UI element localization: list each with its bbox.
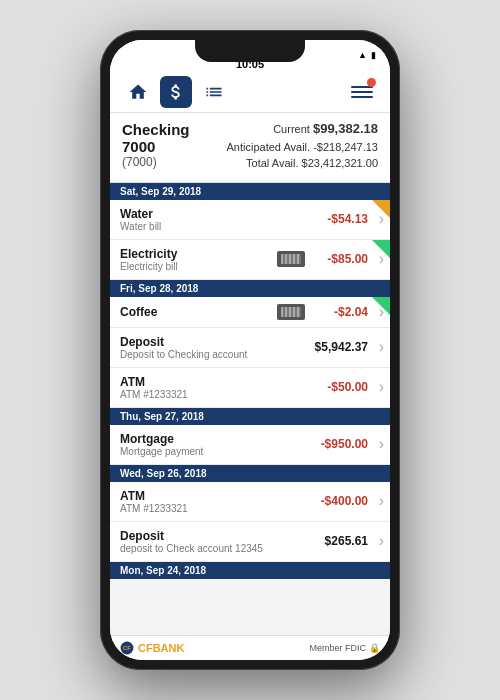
tx-sub: ATM #1233321 (120, 503, 313, 514)
tx-amount: -$54.13 (313, 212, 368, 226)
tx-name: Mortgage (120, 432, 313, 446)
total-balance: Total Avail. $23,412,321.00 (227, 155, 378, 172)
tx-info: Coffee (120, 305, 277, 319)
date-header: Sat, Sep 29, 2018 (110, 183, 390, 200)
tx-sub: Water bill (120, 221, 313, 232)
lock-icon: 🔒 (369, 643, 380, 653)
transaction-row[interactable]: ATMATM #1233321-$400.00 (110, 482, 390, 522)
notch (195, 40, 305, 62)
transaction-row[interactable]: MortgageMortgage payment-$950.00 (110, 425, 390, 465)
transaction-row[interactable]: WaterWater bill-$54.13 (110, 200, 390, 240)
date-header: Wed, Sep 26, 2018 (110, 465, 390, 482)
anticipated-amount: -$218,247.13 (313, 141, 378, 153)
tx-info: WaterWater bill (120, 207, 313, 232)
tx-sub: Deposit to Checking account (120, 349, 313, 360)
tx-name: Electricity (120, 247, 277, 261)
bank-logo: CF CFBANK (120, 641, 184, 655)
tx-amount: -$2.04 (313, 305, 368, 319)
tx-card-icon (277, 304, 305, 320)
tx-sub: Mortgage payment (120, 446, 313, 457)
cf-logo-icon: CF (120, 641, 134, 655)
tx-info: MortgageMortgage payment (120, 432, 313, 457)
app-footer: CF CFBANK Member FDIC 🔒 (110, 635, 390, 660)
transaction-row[interactable]: ElectricityElectricity bill-$85.00 (110, 240, 390, 280)
tx-amount: $5,942.37 (313, 340, 368, 354)
current-label: Current (273, 123, 310, 135)
tx-amount: -$950.00 (313, 437, 368, 451)
tx-name: ATM (120, 489, 313, 503)
transaction-row[interactable]: Coffee-$2.04 (110, 297, 390, 328)
money-nav-button[interactable] (160, 76, 192, 108)
tx-flag-orange (372, 200, 390, 218)
tx-name: Water (120, 207, 313, 221)
tx-flag-green (372, 297, 390, 315)
phone-frame: 10:05 ▲ ▮ (100, 30, 400, 670)
date-header: Fri, Sep 28, 2018 (110, 280, 390, 297)
date-header: Thu, Sep 27, 2018 (110, 408, 390, 425)
home-nav-button[interactable] (122, 76, 154, 108)
account-header: Current $99,382.18 Anticipated Avail. -$… (110, 113, 390, 183)
fdic-label: Member FDIC 🔒 (309, 643, 380, 653)
nav-bar (110, 72, 390, 113)
total-label: Total Avail. (246, 157, 298, 169)
list-nav-button[interactable] (198, 76, 230, 108)
menu-notification-dot (367, 78, 376, 87)
tx-info: ATMATM #1233321 (120, 375, 313, 400)
tx-amount: -$50.00 (313, 380, 368, 394)
account-balances: Current $99,382.18 Anticipated Avail. -$… (227, 119, 378, 172)
tx-flag-green (372, 240, 390, 258)
tx-name: Deposit (120, 529, 313, 543)
tx-info: ElectricityElectricity bill (120, 247, 277, 272)
tx-name: Deposit (120, 335, 313, 349)
tx-card-icon (277, 251, 305, 267)
tx-amount: $265.61 (313, 534, 368, 548)
bank-name: CFBANK (138, 642, 184, 654)
tx-name: Coffee (120, 305, 277, 319)
transaction-row[interactable]: DepositDeposit to Checking account$5,942… (110, 328, 390, 368)
fdic-text: Member FDIC (309, 643, 366, 653)
tx-sub: ATM #1233321 (120, 389, 313, 400)
transactions-list: Sat, Sep 29, 2018WaterWater bill-$54.13E… (110, 183, 390, 636)
transaction-row[interactable]: Depositdeposit to Check account 12345$26… (110, 522, 390, 562)
tx-info: ATMATM #1233321 (120, 489, 313, 514)
current-balance: Current $99,382.18 (227, 119, 378, 139)
tx-amount: -$85.00 (313, 252, 368, 266)
tx-info: Depositdeposit to Check account 12345 (120, 529, 313, 554)
tx-sub: deposit to Check account 12345 (120, 543, 313, 554)
tx-info: DepositDeposit to Checking account (120, 335, 313, 360)
current-amount: $99,382.18 (313, 121, 378, 136)
tx-amount: -$400.00 (313, 494, 368, 508)
menu-button[interactable] (346, 76, 378, 108)
total-amount: $23,412,321.00 (302, 157, 378, 169)
tx-name: ATM (120, 375, 313, 389)
status-bar: 10:05 ▲ ▮ (110, 40, 390, 72)
battery-icon: ▮ (371, 50, 376, 60)
anticipated-balance: Anticipated Avail. -$218,247.13 (227, 139, 378, 156)
wifi-icon: ▲ (358, 50, 367, 60)
status-icons: ▲ ▮ (358, 50, 376, 60)
anticipated-label: Anticipated Avail. (227, 141, 311, 153)
svg-text:CF: CF (123, 645, 131, 651)
phone-screen: 10:05 ▲ ▮ (110, 40, 390, 660)
tx-sub: Electricity bill (120, 261, 277, 272)
date-header: Mon, Sep 24, 2018 (110, 562, 390, 579)
transaction-row[interactable]: ATMATM #1233321-$50.00 (110, 368, 390, 408)
